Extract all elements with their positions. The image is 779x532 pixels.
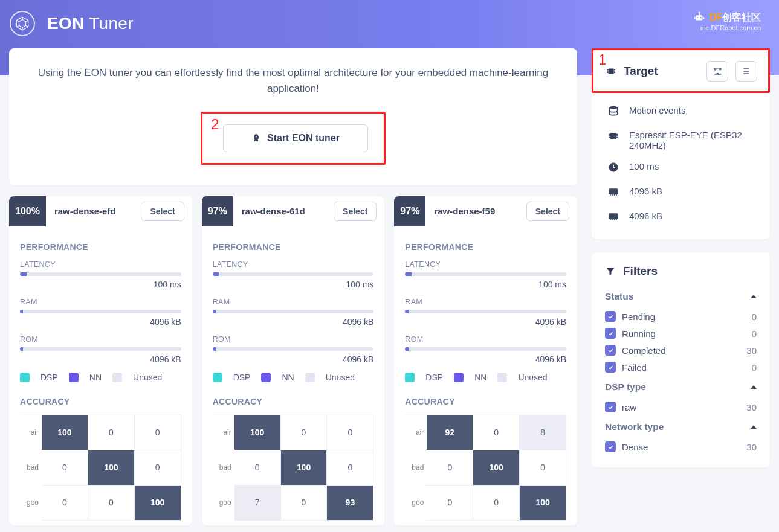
target-item: 4096 kB (607, 211, 754, 225)
latency-label: LATENCY (213, 260, 374, 269)
cm-row-header: air (405, 415, 427, 450)
legend-nn: NN (474, 373, 486, 382)
svg-point-10 (700, 17, 701, 18)
confusion-matrix: air9208bad01000goo00100 (405, 415, 566, 521)
filter-group-header[interactable]: Status (605, 291, 757, 302)
rom-bar (213, 347, 374, 351)
performance-title: PERFORMANCE (20, 242, 181, 252)
cm-row-header: air (213, 415, 234, 450)
rom-bar (405, 347, 566, 351)
ram-value: 4096 kB (20, 317, 181, 327)
filter-row[interactable]: Completed 30 (605, 342, 757, 359)
cm-cell: 0 (234, 450, 281, 486)
legend-dsp: DSP (40, 373, 58, 382)
svg-rect-43 (609, 214, 617, 219)
select-model-button[interactable]: Select (334, 202, 377, 221)
latency-value: 100 ms (405, 280, 566, 289)
accuracy-title: ACCURACY (405, 397, 566, 406)
cm-cell: 100 (42, 415, 88, 450)
target-item-text: 4096 kB (629, 186, 662, 196)
filter-label: raw (622, 402, 636, 412)
page-title: EON Tuner (47, 14, 134, 33)
checkbox-checked-icon[interactable] (605, 402, 616, 412)
start-eon-tuner-button[interactable]: Start EON tuner (223, 124, 368, 152)
cm-cell: 100 (234, 415, 281, 450)
filter-count: 30 (746, 402, 757, 412)
ram-bar (20, 310, 181, 313)
svg-point-12 (698, 11, 700, 13)
checkbox-checked-icon[interactable] (605, 345, 616, 356)
model-card: 97% raw-dense-61d Select PERFORMANCE LAT… (202, 196, 385, 525)
latency-label: LATENCY (20, 260, 181, 269)
unused-swatch (305, 373, 315, 382)
filter-count: 0 (752, 362, 757, 373)
filter-group-header[interactable]: DSP type (605, 382, 757, 393)
dsp-swatch (405, 373, 415, 382)
select-model-button[interactable]: Select (141, 202, 184, 221)
intro-card: Using the EON tuner you can effortlessly… (9, 48, 577, 185)
target-list-button[interactable] (735, 61, 757, 82)
legend-nn: NN (282, 373, 294, 382)
target-item: 4096 kB (607, 186, 754, 200)
filter-row[interactable]: Pending 0 (605, 308, 757, 325)
filter-label: Completed (622, 345, 666, 356)
cm-cell: 0 (135, 415, 181, 450)
cm-cell: 0 (135, 450, 181, 486)
filter-row[interactable]: Failed 0 (605, 359, 757, 376)
rom-label: ROM (405, 335, 566, 344)
target-item: Motion events (607, 105, 754, 119)
db-icon (607, 105, 619, 119)
score-badge: 97% (202, 196, 233, 226)
caret-up-icon (751, 295, 757, 298)
legend: DSP NN Unused (213, 373, 374, 382)
model-name: raw-dense-61d (242, 206, 325, 216)
svg-line-7 (16, 21, 19, 22)
cm-cell: 0 (42, 450, 88, 486)
cm-cell: 0 (427, 486, 473, 521)
select-model-button[interactable]: Select (526, 202, 569, 221)
target-item: Espressif ESP-EYE (ESP32 240MHz) (607, 130, 754, 150)
latency-bar (20, 272, 181, 276)
cm-row-header: air (20, 415, 42, 450)
logo-icon (10, 11, 35, 36)
annotation-box-2: 2 Start EON tuner (201, 112, 386, 165)
cm-cell: 93 (327, 486, 373, 521)
filter-label: Running (622, 328, 656, 339)
filter-label: Dense (622, 442, 648, 452)
annotation-label-2: 2 (211, 116, 219, 133)
svg-point-29 (609, 106, 617, 109)
nn-swatch (69, 373, 79, 382)
filters-card: Filters Status Pending 0 Running 0 Compl… (592, 252, 770, 467)
cm-cell: 7 (234, 486, 281, 521)
rom-value: 4096 kB (405, 354, 566, 364)
rom-value: 4096 kB (20, 354, 181, 364)
cm-cell: 100 (281, 450, 328, 486)
cm-cell: 0 (88, 415, 135, 450)
svg-point-25 (717, 73, 719, 75)
filters-title: Filters (623, 264, 658, 278)
intro-text: Using the EON tuner you can effortlessly… (33, 65, 553, 97)
filter-row[interactable]: Dense 30 (605, 438, 757, 455)
filter-group-header[interactable]: Network type (605, 421, 757, 432)
filter-label: Pending (622, 312, 655, 322)
checkbox-checked-icon[interactable] (605, 328, 616, 339)
caret-up-icon (751, 385, 757, 389)
latency-bar (213, 272, 374, 276)
checkbox-checked-icon[interactable] (605, 362, 616, 373)
legend: DSP NN Unused (405, 373, 566, 382)
svg-marker-1 (19, 20, 26, 28)
filter-row[interactable]: Running 0 (605, 325, 757, 342)
svg-rect-30 (610, 133, 616, 139)
chip-icon (607, 130, 619, 144)
target-card: 1 Target Motion events Espressif ESP-EYE… (592, 48, 770, 239)
svg-rect-38 (609, 189, 617, 194)
annotation-box-1: 1 Target (592, 48, 770, 93)
filter-label: Failed (622, 362, 647, 373)
cm-row-header: bad (213, 450, 234, 486)
checkbox-checked-icon[interactable] (605, 441, 616, 452)
filter-count: 0 (752, 312, 757, 322)
target-settings-button[interactable] (706, 61, 728, 82)
checkbox-checked-icon[interactable] (605, 311, 616, 322)
filter-group-name: Network type (605, 421, 664, 432)
filter-row[interactable]: raw 30 (605, 399, 757, 415)
